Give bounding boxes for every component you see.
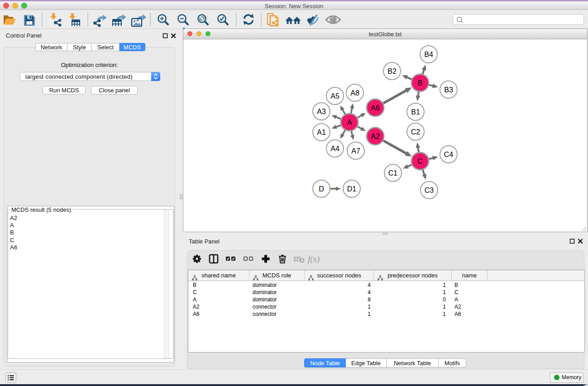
svg-text:A3: A3 (317, 108, 326, 115)
svg-text:C2: C2 (411, 128, 421, 136)
svg-text:B4: B4 (424, 51, 433, 58)
svg-text:C4: C4 (444, 151, 454, 158)
svg-text:A2: A2 (371, 133, 380, 140)
svg-text:A7: A7 (351, 147, 360, 155)
svg-text:A6: A6 (371, 104, 380, 112)
svg-text:A1: A1 (317, 129, 326, 136)
svg-text:A: A (347, 119, 352, 126)
svg-text:B2: B2 (387, 67, 397, 75)
svg-text:B1: B1 (411, 108, 420, 116)
svg-text:C1: C1 (388, 169, 398, 177)
svg-text:A8: A8 (350, 89, 359, 97)
svg-text:D: D (319, 185, 324, 193)
svg-text:B3: B3 (444, 86, 453, 94)
svg-text:A5: A5 (330, 92, 339, 100)
svg-text:B: B (418, 79, 423, 87)
svg-text:D1: D1 (347, 185, 357, 193)
svg-text:C: C (417, 157, 423, 165)
svg-text:A4: A4 (330, 145, 339, 152)
svg-text:C3: C3 (425, 186, 434, 194)
